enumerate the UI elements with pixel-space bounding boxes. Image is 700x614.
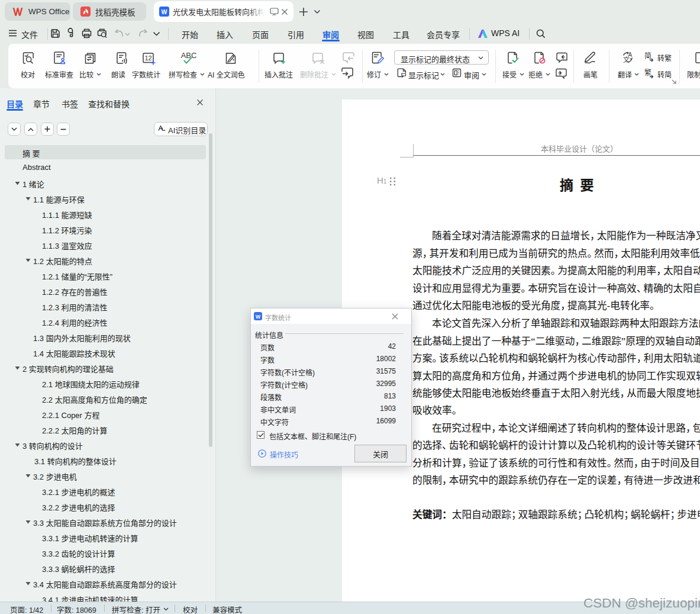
- svg-text:W: W: [256, 314, 261, 320]
- svg-text:W: W: [162, 8, 167, 15]
- svg-text:繁: 繁: [644, 68, 651, 77]
- svg-text:简: 简: [644, 52, 651, 60]
- svg-text:A: A: [628, 52, 633, 58]
- svg-text:12: 12: [144, 54, 151, 62]
- svg-text:ABC: ABC: [181, 52, 197, 60]
